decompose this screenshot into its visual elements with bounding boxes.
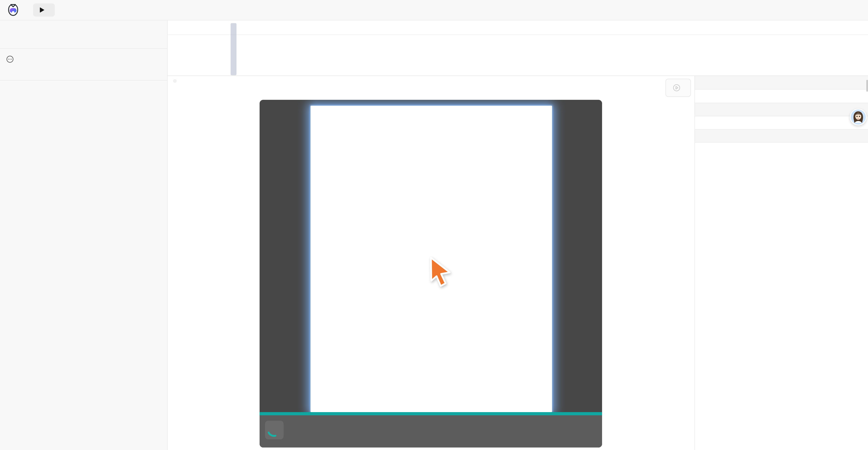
param-rows [695,116,868,129]
task-meta-rows [695,90,868,103]
param-header [695,103,868,116]
replay-progress-fill [259,412,602,415]
output-header [695,129,868,143]
panel-scrollbar[interactable] [866,80,868,92]
assistant-avatar[interactable] [850,109,867,125]
timeline[interactable] [167,21,868,76]
mouse-cursor-icon [429,257,452,288]
detail-panel [694,76,868,450]
task-meta-header [695,76,868,90]
replay-status-bar [259,415,602,448]
play-icon [40,7,44,13]
top-bar [0,0,868,21]
timeline-scrubber[interactable] [230,23,237,75]
circled-play-icon [673,84,680,92]
action-spinner-icon [265,421,284,439]
sidebar-header [0,21,167,49]
open-in-playground-button[interactable] [665,79,691,97]
view-tabs [173,79,177,83]
midscene-logo-icon [7,4,20,16]
task-description [0,49,167,81]
speech-bubble-icon [6,55,14,63]
ruler-separator [167,34,868,35]
output-timeline [695,143,868,148]
replay-progress-track[interactable] [259,412,602,415]
report-sidebar [0,21,167,450]
replay-all-button[interactable] [33,3,55,17]
